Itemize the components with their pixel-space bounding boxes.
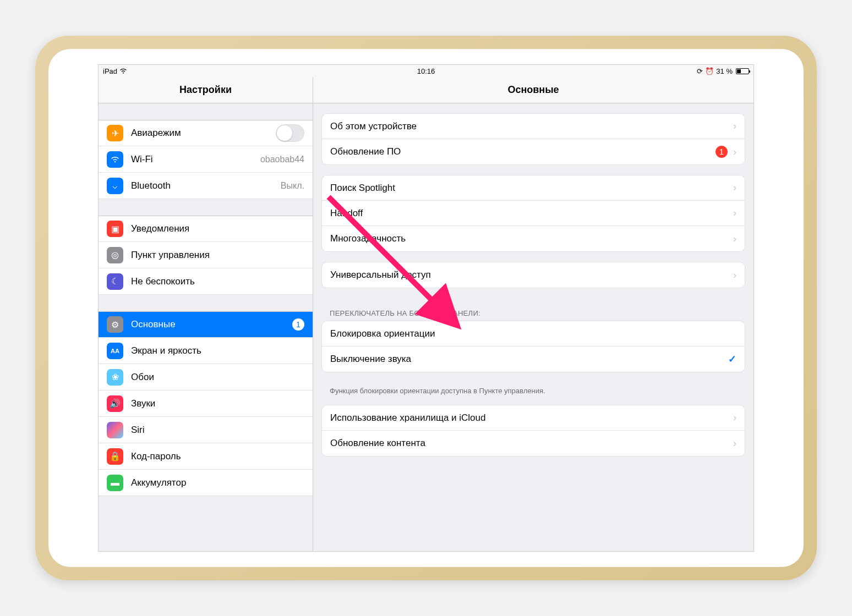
chevron-right-icon: ›: [733, 233, 736, 245]
software-update-badge: 1: [716, 146, 728, 158]
row-about[interactable]: Об этом устройстве ›: [322, 114, 745, 139]
wifi-icon: [119, 67, 127, 75]
sidebar-item-sounds[interactable]: 🔊 Звуки: [99, 391, 313, 417]
sidebar-item-general[interactable]: ⚙ Основные 1: [99, 311, 313, 338]
display-icon: AA: [107, 343, 123, 359]
row-lock-rotation[interactable]: Блокировка ориентации: [322, 321, 745, 346]
row-software-update[interactable]: Обновление ПО 1 ›: [322, 139, 745, 164]
general-badge: 1: [292, 318, 304, 331]
bluetooth-icon: ⌵: [107, 178, 123, 194]
airplane-toggle[interactable]: [276, 124, 304, 142]
sounds-icon: 🔊: [107, 395, 123, 412]
row-multitasking[interactable]: Многозадачность ›: [322, 226, 745, 251]
sidebar-item-display[interactable]: AA Экран и яркость: [99, 338, 313, 364]
settings-sidebar: Настройки ✈ Авиарежим Wi-Fi obaobab44: [99, 77, 313, 551]
sidebar-item-bluetooth[interactable]: ⌵ Bluetooth Выкл.: [99, 173, 313, 199]
sidebar-item-battery[interactable]: ▬ Аккумулятор: [99, 470, 313, 496]
status-bar: iPad 10:16 ⟳ ⏰ 31 %: [99, 65, 753, 77]
row-handoff[interactable]: Handoff ›: [322, 201, 745, 226]
clock: 10:16: [417, 67, 435, 75]
sidebar-item-airplane[interactable]: ✈ Авиарежим: [99, 120, 313, 146]
moon-icon: ☾: [107, 273, 123, 290]
chevron-right-icon: ›: [733, 120, 736, 132]
checkmark-icon: ✓: [728, 353, 736, 365]
wifi-network-name: obaobab44: [260, 155, 304, 164]
battery-icon: [735, 68, 749, 74]
side-switch-header: ПЕРЕКЛЮЧАТЕЛЬ НА БОКОВОЙ ПАНЕЛИ:: [313, 298, 753, 321]
sidebar-item-notifications[interactable]: ▣ Уведомления: [99, 216, 313, 242]
side-switch-footer: Функция блокировки ориентации доступна в…: [313, 382, 753, 395]
notifications-icon: ▣: [107, 221, 123, 237]
chevron-right-icon: ›: [733, 270, 736, 281]
battery-icon: ▬: [107, 475, 123, 491]
row-storage-icloud[interactable]: Использование хранилища и iCloud ›: [322, 405, 745, 431]
alarm-icon: ⏰: [705, 67, 714, 75]
lock-icon: 🔒: [107, 448, 123, 465]
row-spotlight[interactable]: Поиск Spotlight ›: [322, 175, 745, 201]
gear-icon: ⚙: [107, 316, 123, 333]
sidebar-item-dnd[interactable]: ☾ Не беспокоить: [99, 268, 313, 295]
battery-percent: 31 %: [716, 67, 733, 75]
wallpaper-icon: ❀: [107, 369, 123, 386]
row-mute[interactable]: Выключение звука ✓: [322, 346, 745, 372]
control-center-icon: ◎: [107, 247, 123, 263]
sidebar-item-passcode[interactable]: 🔒 Код-пароль: [99, 443, 313, 470]
sidebar-item-wallpaper[interactable]: ❀ Обои: [99, 364, 313, 391]
bluetooth-status: Выкл.: [281, 181, 304, 191]
chevron-right-icon: ›: [733, 146, 736, 158]
row-background-refresh[interactable]: Обновление контента ›: [322, 431, 745, 456]
sidebar-title: Настройки: [99, 77, 313, 103]
sidebar-item-control-center[interactable]: ◎ Пункт управления: [99, 242, 313, 268]
siri-icon: [107, 422, 123, 438]
ipad-frame: iPad 10:16 ⟳ ⏰ 31 % Настройки: [35, 36, 817, 580]
orientation-lock-icon: ⟳: [697, 67, 703, 75]
detail-title: Основные: [313, 77, 753, 103]
sidebar-item-wifi[interactable]: Wi-Fi obaobab44: [99, 146, 313, 173]
chevron-right-icon: ›: [733, 412, 736, 424]
sidebar-item-siri[interactable]: Siri: [99, 417, 313, 443]
chevron-right-icon: ›: [733, 438, 736, 449]
detail-pane: Основные Об этом устройстве › Обновление…: [313, 77, 753, 551]
screen: iPad 10:16 ⟳ ⏰ 31 % Настройки: [98, 64, 754, 552]
chevron-right-icon: ›: [733, 182, 736, 194]
row-accessibility[interactable]: Универсальный доступ ›: [322, 262, 745, 288]
airplane-icon: ✈: [107, 125, 123, 141]
wifi-icon: [107, 151, 123, 168]
chevron-right-icon: ›: [733, 207, 736, 219]
device-label: iPad: [103, 67, 117, 75]
